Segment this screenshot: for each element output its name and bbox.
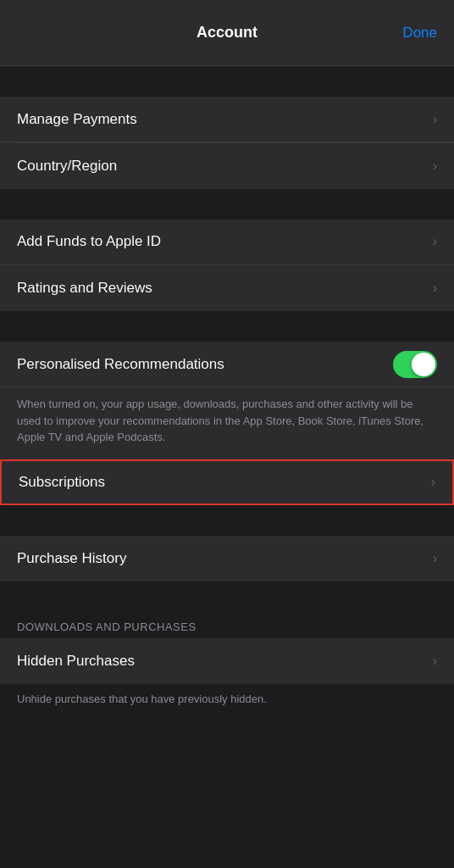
recommendations-description: When turned on, your app usage, download… — [0, 387, 454, 459]
chevron-icon-7: › — [433, 654, 437, 669]
subscriptions-label: Subscriptions — [19, 474, 105, 491]
section-gap-3 — [0, 311, 454, 342]
section-gap-4 — [0, 505, 454, 536]
hidden-purchases-label: Hidden Purchases — [17, 653, 135, 670]
chevron-icon-1: › — [433, 112, 437, 127]
purchase-history-item[interactable]: Purchase History › — [0, 536, 454, 581]
purchase-history-label: Purchase History — [17, 550, 126, 567]
manage-payments-label: Manage Payments — [17, 111, 137, 128]
subscriptions-item[interactable]: Subscriptions › — [0, 459, 454, 505]
chevron-icon-3: › — [433, 234, 437, 249]
personalised-recommendations-toggle[interactable] — [393, 351, 437, 378]
section-2: Add Funds to Apple ID › Ratings and Revi… — [0, 220, 454, 312]
section-5: Hidden Purchases › — [0, 638, 454, 684]
personalised-recommendations-item: Personalised Recommendations — [0, 342, 454, 387]
add-funds-item[interactable]: Add Funds to Apple ID › — [0, 220, 454, 265]
hidden-purchases-item[interactable]: Hidden Purchases › — [0, 638, 454, 684]
personalised-recommendations-label: Personalised Recommendations — [17, 356, 224, 373]
section-gap-1 — [0, 66, 454, 97]
section-3: Personalised Recommendations When turned… — [0, 342, 454, 459]
chevron-icon-4: › — [433, 281, 437, 296]
section-4: Purchase History › — [0, 536, 454, 581]
section-gap-2 — [0, 189, 454, 220]
manage-payments-item[interactable]: Manage Payments › — [0, 97, 454, 142]
country-region-label: Country/Region — [17, 158, 117, 175]
done-button[interactable]: Done — [402, 25, 437, 42]
chevron-icon-2: › — [433, 159, 437, 174]
navigation-bar: Account Done — [0, 0, 454, 66]
hidden-purchases-description: Unhide purchases that you have previousl… — [17, 693, 267, 705]
downloads-purchases-header: DOWNLOADS AND PURCHASES — [0, 612, 454, 638]
toggle-knob — [412, 353, 435, 376]
add-funds-label: Add Funds to Apple ID — [17, 233, 161, 250]
section-1: Manage Payments › Country/Region › — [0, 97, 454, 189]
chevron-icon-5: › — [431, 475, 435, 490]
page-title: Account — [197, 24, 257, 42]
ratings-reviews-item[interactable]: Ratings and Reviews › — [0, 265, 454, 311]
country-region-item[interactable]: Country/Region › — [0, 143, 454, 189]
section-gap-5 — [0, 581, 454, 612]
ratings-reviews-label: Ratings and Reviews — [17, 280, 152, 297]
chevron-icon-6: › — [433, 551, 437, 566]
hidden-purchases-footer: Unhide purchases that you have previousl… — [0, 684, 454, 713]
